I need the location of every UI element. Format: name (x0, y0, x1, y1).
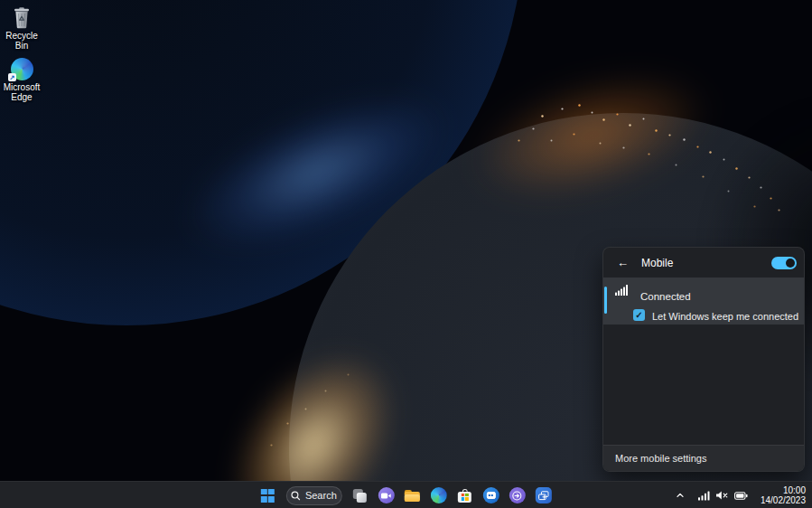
task-view-button[interactable] (348, 484, 371, 507)
back-button[interactable]: ← (617, 256, 633, 269)
more-mobile-settings-link[interactable]: More mobile settings (615, 453, 707, 464)
flyout-body (603, 325, 804, 445)
flyout-footer: More mobile settings (603, 445, 804, 471)
pinned-app-button[interactable] (479, 484, 502, 507)
flyout-title: Mobile (641, 257, 673, 269)
search-box[interactable]: Search (285, 486, 341, 505)
edge-icon (430, 487, 446, 503)
cellular-connection-row[interactable]: Connected ✓ Let Windows keep me connecte… (603, 278, 804, 325)
mobile-toggle[interactable] (771, 257, 797, 269)
system-tray-indicators[interactable] (692, 486, 754, 505)
desktop[interactable]: Recycle Bin ↗ Microsoft Edge ← Mobile (0, 0, 812, 508)
hidden-icons-button[interactable] (670, 484, 690, 506)
time: 10:00 (761, 485, 806, 495)
chevron-up-icon (676, 491, 685, 500)
cellular-signal-icon (615, 283, 630, 299)
edge-logo-icon: ↗ (0, 56, 43, 80)
desktop-icon-label: Recycle Bin (0, 31, 43, 51)
get-started-arrow-icon (509, 487, 525, 503)
volume-muted-icon (716, 491, 728, 500)
flyout-header: ← Mobile (603, 248, 804, 278)
app-panel-icon (482, 487, 499, 503)
clock[interactable]: 10:00 14/02/2023 (756, 485, 812, 505)
shortcut-arrow-icon: ↗ (8, 73, 16, 81)
connect-screens-icon (535, 487, 551, 503)
cellular-signal-icon (698, 491, 710, 501)
store-bag-icon (458, 489, 471, 503)
keep-connected-checkbox[interactable]: ✓ (633, 309, 645, 321)
folder-icon (405, 490, 420, 502)
connection-status: Connected (640, 291, 691, 302)
recycle-bin-icon (0, 4, 43, 29)
chat-video-icon (378, 487, 394, 503)
taskbar: Search (0, 481, 812, 508)
wallpaper-sparkles (0, 0, 1, 1)
task-view-icon (353, 489, 367, 503)
search-label: Search (305, 490, 337, 501)
toggle-knob (786, 259, 795, 268)
start-button[interactable] (256, 484, 279, 507)
keep-connected-label: Let Windows keep me connected (652, 311, 798, 322)
mobile-flyout-panel: ← Mobile Connected ✓ Let Windows keep me (602, 247, 805, 472)
search-icon (291, 491, 301, 501)
desktop-icon-label: Microsoft Edge (0, 82, 43, 102)
desktop-icon-microsoft-edge[interactable]: ↗ Microsoft Edge (0, 56, 43, 102)
file-explorer-button[interactable] (400, 484, 424, 507)
edge-browser-button[interactable] (426, 484, 450, 507)
microsoft-store-button[interactable] (453, 484, 476, 507)
battery-icon (734, 492, 748, 500)
desktop-icon-recycle-bin[interactable]: Recycle Bin (0, 4, 43, 51)
taskbar-center-group: Search (256, 484, 555, 507)
date: 14/02/2023 (761, 495, 806, 505)
windows-logo-icon (261, 489, 275, 503)
get-started-button[interactable] (505, 484, 528, 507)
connect-app-button[interactable] (531, 484, 555, 507)
chat-button[interactable] (374, 484, 397, 507)
selected-accent-bar (604, 287, 607, 314)
taskbar-tray-area: 10:00 14/02/2023 (670, 482, 812, 508)
